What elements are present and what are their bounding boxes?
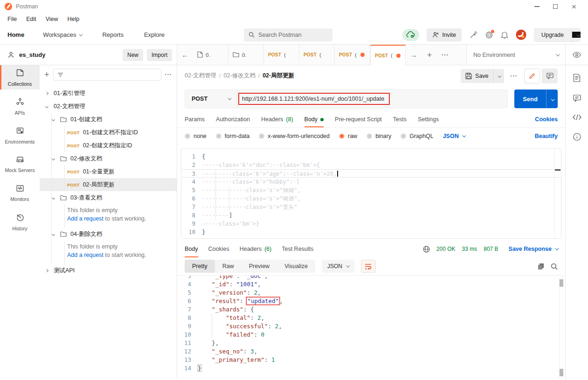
environment-quick-look[interactable] <box>565 45 588 65</box>
body-language-selector[interactable]: JSON <box>443 133 465 139</box>
tab-authorization[interactable]: Authorization <box>216 111 250 127</box>
beautify-link[interactable]: Beautify <box>535 133 558 139</box>
chevron-down-icon[interactable] <box>45 104 48 108</box>
new-button[interactable]: New <box>123 49 143 61</box>
tab-4[interactable]: POST( <box>299 45 335 65</box>
settings-button[interactable] <box>485 31 493 39</box>
radio-raw[interactable] <box>339 133 345 139</box>
code-line-7[interactable]: 7·············class='s'>"烫头" <box>181 203 561 211</box>
radio-binary[interactable] <box>367 133 372 139</box>
tree-collection-01-索引管理[interactable]: 01-索引管理 <box>40 87 177 100</box>
tab-tests[interactable]: Tests <box>393 111 407 127</box>
view-preview[interactable]: Preview <box>242 260 277 273</box>
chevron-down-icon[interactable] <box>52 157 55 160</box>
tree-folder-04-删除文档[interactable]: 04-删除文档 <box>40 228 177 241</box>
add-collection-button[interactable]: + <box>44 70 49 80</box>
menu-edit[interactable]: Edit <box>26 16 36 22</box>
view-pretty[interactable]: Pretty <box>185 260 215 273</box>
body-mode-GraphQL[interactable]: GraphQL <box>401 133 433 139</box>
tab-2[interactable]: 0. <box>228 45 264 65</box>
avatar[interactable] <box>516 29 526 40</box>
sidebar-item-history[interactable]: History <box>0 210 40 234</box>
tree-collection-测试API[interactable]: 测试API <box>40 264 177 277</box>
tree-folder-02-修改文档[interactable]: 02-修改文档 <box>40 152 177 165</box>
add-request-link[interactable]: Add a request <box>67 215 104 222</box>
code-line-1[interactable]: 1{ <box>181 152 561 161</box>
save-response-button[interactable]: Save Response <box>509 246 558 252</box>
tab-1[interactable]: 0. <box>193 45 228 65</box>
menu-help[interactable]: Help <box>68 16 80 22</box>
info-icon[interactable] <box>573 133 581 141</box>
sidebar-item-environments[interactable]: Environments <box>0 123 40 147</box>
view-raw[interactable]: Raw <box>215 260 242 273</box>
add-request-link[interactable]: Add a request <box>67 252 104 258</box>
body-mode-x-www-form-urlencoded[interactable]: x-www-form-urlencoded <box>259 133 330 139</box>
save-options-button[interactable] <box>494 73 504 79</box>
radio-x-www-form-urlencoded[interactable] <box>259 133 264 139</box>
upgrade-button[interactable]: Upgrade <box>534 28 581 42</box>
tab-add-button[interactable]: + <box>422 45 437 65</box>
nav-home[interactable]: Home <box>7 31 24 38</box>
response-tab-cookies[interactable]: Cookies <box>208 241 229 257</box>
cookies-link[interactable]: Cookies <box>535 116 558 123</box>
code-line-4[interactable]: 4·········class='k'>"hobby":·[ <box>181 178 561 186</box>
tab-params[interactable]: Params <box>185 111 205 127</box>
sync-status-button[interactable] <box>402 29 419 41</box>
breadcrumb-request[interactable]: 02-局部更新 <box>263 72 294 80</box>
code-line-8[interactable]: 8········] <box>181 211 561 220</box>
method-selector[interactable]: POST <box>185 90 237 108</box>
body-mode-raw[interactable]: raw <box>339 133 357 139</box>
tab-5[interactable]: POST( <box>335 45 370 65</box>
tab-more-button[interactable]: ••• <box>437 45 453 65</box>
tab-body[interactable]: Body <box>304 111 324 127</box>
api-network-icon[interactable] <box>469 31 477 39</box>
send-options-button[interactable] <box>546 95 558 103</box>
response-tab-test-results[interactable]: Test Results <box>282 241 313 257</box>
sidebar-item-apis[interactable]: APIs <box>0 94 40 118</box>
tree-request-01-全量更新[interactable]: POST01-全量更新 <box>40 165 177 178</box>
code-line-10[interactable]: 10} <box>181 228 561 236</box>
tab-headers[interactable]: Headers(8) <box>261 111 293 127</box>
search-input[interactable]: Search Postman <box>244 28 332 41</box>
response-tab-body[interactable]: Body <box>185 241 198 257</box>
environment-selector[interactable]: No Environment <box>466 45 565 65</box>
scrollbar-thumb[interactable] <box>560 369 563 376</box>
nav-workspaces[interactable]: Workspaces <box>43 31 82 38</box>
tab-settings[interactable]: Settings <box>418 111 439 127</box>
maximize-button[interactable] <box>546 0 565 13</box>
sidebar-item-monitors[interactable]: Monitors <box>0 181 40 205</box>
response-format-selector[interactable]: JSON <box>322 260 354 273</box>
scrollbar-thumb[interactable] <box>560 279 563 287</box>
code-icon[interactable] <box>573 114 581 120</box>
documentation-icon[interactable] <box>573 74 581 82</box>
radio-none[interactable] <box>185 133 190 139</box>
code-line-2[interactable]: 2·····class='k'>"doc":··class='bm'>{ <box>181 161 561 169</box>
wrap-lines-button[interactable] <box>361 260 376 273</box>
nav-reports[interactable]: Reports <box>102 31 124 38</box>
sidebar-item-collections[interactable]: Collections <box>0 65 40 90</box>
body-mode-binary[interactable]: binary <box>367 133 391 139</box>
response-tab-headers[interactable]: Headers(6) <box>240 241 272 257</box>
request-body-editor[interactable]: 1{2·····class='k'>"doc":··class='bm'>{3·… <box>181 148 561 239</box>
chevron-right-icon[interactable] <box>45 269 48 272</box>
import-button[interactable]: Import <box>147 49 172 61</box>
tree-folder-01-创建文档[interactable]: 01-创建文档 <box>40 113 177 126</box>
tree-collection-02-文档管理[interactable]: 02-文档管理 <box>40 100 177 113</box>
globe-icon[interactable] <box>423 246 430 253</box>
invite-button[interactable]: Invite <box>427 28 462 41</box>
code-line-9[interactable]: 9·····class='bm'>} <box>181 220 561 228</box>
tab-pre-request-script[interactable]: Pre-request Script <box>335 111 382 127</box>
save-button[interactable]: Save <box>461 69 504 83</box>
request-more-button[interactable]: ••• <box>511 74 518 78</box>
radio-form-data[interactable] <box>216 133 221 139</box>
search-response-icon[interactable] <box>551 263 558 270</box>
code-line-6[interactable]: 6·············class='s'>"喝酒", <box>181 194 561 203</box>
workspace-name[interactable]: es_study <box>19 51 45 58</box>
chevron-down-icon[interactable] <box>52 117 55 121</box>
minimize-button[interactable] <box>527 0 546 13</box>
breadcrumb-collection[interactable]: 02-文档管理 <box>185 72 216 80</box>
response-scrollbar[interactable] <box>559 278 563 377</box>
menu-file[interactable]: File <box>7 16 17 22</box>
tab-3[interactable]: POST( <box>264 45 299 65</box>
tree-folder-03-查看文档[interactable]: 03-查看文档 <box>40 191 177 204</box>
